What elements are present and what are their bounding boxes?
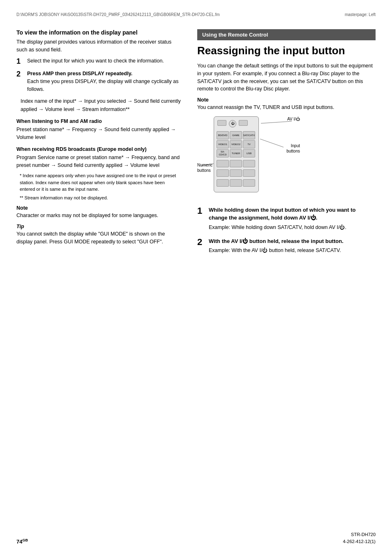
right-note-box: Note You cannot reassign the TV, TUNER a…	[197, 97, 376, 111]
remote-btn-tv: TV	[243, 140, 255, 148]
footnote2: ** Stream information may not be display…	[20, 194, 181, 201]
remote-btn-video1: VIDEO1	[217, 140, 229, 148]
remote-btn-tuner: TUNER	[230, 149, 242, 157]
right-note-text: You cannot reassign the TV, TUNER and US…	[197, 104, 376, 111]
right-section-title: Reassigning the input button	[197, 44, 376, 57]
step1-number: 1	[16, 57, 24, 66]
right-step1-content: While holding down the input button of w…	[209, 206, 376, 231]
note-text: Character or marks may not be displayed …	[16, 212, 181, 220]
remote-btn-right-top	[239, 120, 248, 126]
left-step1: 1 Select the input for which you want to…	[16, 57, 181, 66]
remote-bottom-btn4	[217, 169, 229, 177]
remote-btn-left-top	[217, 120, 226, 126]
remote-btn-game: GAME	[230, 131, 242, 139]
model-name: STR-DH720	[351, 532, 376, 537]
remote-bottom-btn2	[230, 160, 242, 167]
left-step2: 2 Press AMP then press DISPLAY repeatedl…	[16, 70, 181, 93]
right-step1-example: Example: While holding down SAT/CATV, ho…	[209, 224, 376, 231]
file-path: D:\NORM'S JOB\SONY HA\SO0135\STR-DH720_P…	[16, 12, 220, 17]
using-remote-banner: Using the Remote Control	[197, 29, 376, 40]
right-step1-text: While holding down the input button of w…	[209, 207, 355, 221]
header-meta: D:\NORM'S JOB\SONY HA\SO0135\STR-DH720_P…	[16, 8, 376, 17]
step2-content: Press AMP then press DISPLAY repeatedly.…	[27, 70, 181, 93]
page-footer: 74GB STR-DH720 4-262-412-12(1)	[16, 531, 376, 545]
remote-bottom-btn8	[230, 179, 242, 187]
remote-btn-satcatv: SAT/CATV	[243, 131, 255, 139]
remote-diagram-container: ⏻ BD/DVD GAME SAT/CATV VIDEO1 VIDEO2 TV …	[197, 116, 300, 199]
remote-bottom-btn5	[230, 169, 242, 177]
right-step2-text: With the AV I/⏻ button held, release the…	[209, 238, 344, 244]
remote-btn-sacd: SA-CD/CD	[217, 149, 229, 157]
svg-line-1	[260, 139, 284, 147]
right-step2: 2 With the AV I/⏻ button held, release t…	[197, 237, 376, 254]
right-column: Using the Remote Control Reassigning the…	[197, 29, 376, 260]
model-info: STR-DH720 4-262-412-12(1)	[343, 531, 376, 545]
rds-text: Program Service name or preset station n…	[16, 154, 181, 169]
model-code: 4-262-412-12(1)	[343, 539, 376, 544]
arrow-flow: Index name of the input* → Input you sel…	[21, 97, 181, 113]
right-step1: 1 While holding down the input button of…	[197, 206, 376, 231]
right-step1-number: 1	[197, 206, 205, 231]
right-intro: You can change the default settings of t…	[197, 62, 376, 93]
footnote1: * Index name appears only when you have …	[20, 172, 181, 193]
step2-number: 2	[16, 70, 24, 93]
remote-bottom-btn7	[217, 179, 229, 187]
note-label: Note	[16, 205, 181, 211]
remote-body: ⏻ BD/DVD GAME SAT/CATV VIDEO1 VIDEO2 TV …	[214, 116, 259, 192]
remote-bottom-btn9	[243, 179, 255, 187]
numeric-buttons-label: Numericbuttons	[197, 162, 212, 173]
step2-label: Press AMP then press DISPLAY repeatedly.	[27, 71, 132, 76]
tip-label: Tip	[16, 224, 181, 229]
tip-text: You cannot switch the display while "GUI…	[16, 230, 181, 246]
remote-bottom-btn3	[243, 160, 255, 167]
av-power-label: AV I/⏻	[287, 116, 300, 122]
page: D:\NORM'S JOB\SONY HA\SO0135\STR-DH720_P…	[0, 0, 392, 555]
left-column: To view the information on the display p…	[16, 29, 181, 260]
remote-button-grid: BD/DVD GAME SAT/CATV VIDEO1 VIDEO2 TV SA…	[217, 131, 255, 157]
right-step2-example: Example: With the AV I/⏻ button held, re…	[209, 247, 344, 254]
step2-sub: Each time you press DISPLAY, the display…	[27, 79, 178, 92]
remote-bottom-btn1	[217, 160, 229, 167]
left-section-title: To view the information on the display p…	[16, 29, 181, 36]
remote-bottom-btn6	[243, 169, 255, 177]
page-number: 74GB	[16, 538, 28, 545]
step1-text: Select the input for which you want to c…	[27, 57, 164, 66]
fm-text: Preset station name* → Frequency → Sound…	[16, 126, 181, 141]
left-intro: The display panel provides various infor…	[16, 38, 181, 54]
right-step2-content: With the AV I/⏻ button held, release the…	[209, 237, 344, 254]
page-sup: GB	[22, 538, 28, 542]
remote-power-btn: ⏻	[229, 120, 236, 127]
remote-bottom-row2	[217, 169, 255, 177]
subsection-fm-title: When listening to FM and AM radio	[16, 118, 181, 124]
remote-top-row: ⏻	[217, 120, 248, 127]
masterpage-label: masterpage: Left	[345, 12, 376, 17]
subsection-rds-title: When receiving RDS broadcasts (Europe mo…	[16, 146, 181, 152]
remote-btn-bddvd: BD/DVD	[217, 131, 229, 139]
content-wrapper: To view the information on the display p…	[16, 29, 376, 260]
remote-bottom-row1	[217, 160, 255, 167]
remote-btn-usb: USB	[243, 149, 255, 157]
right-note-label: Note	[197, 97, 376, 103]
right-step2-number: 2	[197, 237, 205, 254]
remote-bottom-row3	[217, 179, 255, 187]
remote-btn-video2: VIDEO2	[230, 140, 242, 148]
input-buttons-label: Inputbuttons	[286, 143, 300, 154]
